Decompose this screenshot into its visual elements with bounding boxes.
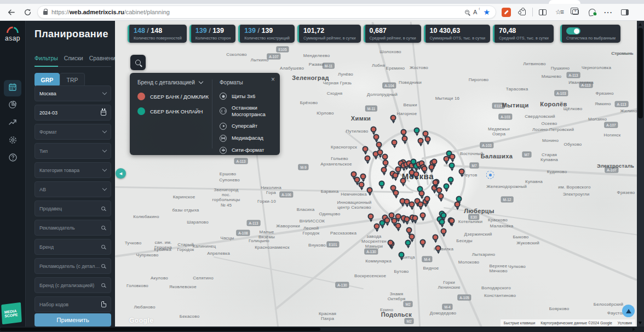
map-marker-red[interactable]	[376, 142, 382, 148]
map-marker-red[interactable]	[418, 138, 424, 144]
map-marker-red[interactable]	[433, 234, 439, 241]
map-control-button[interactable]	[622, 305, 635, 317]
map-marker-red[interactable]	[383, 160, 389, 166]
map-marker-red[interactable]	[359, 182, 365, 188]
map-marker-red[interactable]	[381, 167, 387, 173]
filter-field[interactable]: Рекламодатель (с детализац...	[34, 258, 111, 274]
back-icon[interactable]	[4, 5, 18, 19]
rail-item-pie-chart[interactable]	[4, 98, 21, 114]
vertical-scrollbar[interactable]	[637, 21, 644, 327]
rail-item-line-chart[interactable]	[4, 115, 21, 131]
map-marker-red[interactable]	[459, 169, 465, 175]
legend-format-item[interactable]: Щиты 3х6	[220, 93, 273, 100]
map-marker-red[interactable]	[420, 213, 426, 219]
map-search-button[interactable]	[130, 55, 146, 70]
map-marker-red[interactable]	[393, 190, 399, 196]
scroll-down-icon[interactable]	[639, 322, 642, 324]
legend-brand-header[interactable]: Бренд с детализацией	[137, 79, 206, 85]
legend-format-item[interactable]: Остановки Мосгортранса	[220, 105, 273, 118]
map-marker-red[interactable]	[360, 174, 366, 180]
favorites-bar-icon[interactable]: ☆≡	[553, 5, 566, 19]
scroll-right-icon[interactable]	[633, 328, 635, 331]
map-marker-teal[interactable]	[439, 219, 445, 225]
filter-field[interactable]: Тип	[34, 143, 111, 159]
legend-format-item[interactable]: Сити-формат	[220, 147, 273, 154]
map-marker-teal[interactable]	[449, 163, 455, 169]
map-marker-teal[interactable]	[379, 181, 385, 187]
tab-списки[interactable]: Списки	[64, 55, 83, 61]
browser-essentials-icon[interactable]	[585, 5, 599, 19]
zoom-out-icon[interactable]	[465, 10, 469, 14]
more-options-icon[interactable]: ···	[602, 5, 615, 19]
filter-field[interactable]: AB	[34, 181, 111, 197]
rail-item-settings[interactable]	[4, 133, 21, 149]
side-panel-icon[interactable]	[618, 5, 631, 19]
filter-field[interactable]: Формат	[34, 124, 111, 140]
map-marker-red[interactable]	[412, 215, 418, 221]
map-marker-red[interactable]	[433, 180, 439, 186]
filter-field[interactable]: Рекламодатель	[34, 220, 111, 236]
rail-item-help[interactable]	[4, 150, 21, 167]
tab-фильтры[interactable]: Фильтры	[34, 55, 58, 61]
map-marker-red[interactable]	[363, 146, 369, 152]
filter-field[interactable]: Бренд (с детализацией)	[34, 277, 111, 293]
map-marker-red[interactable]	[374, 224, 380, 230]
map-canvas[interactable]: М-11М-11А-104Е115А-107Е105А-103А-103А-10…	[115, 21, 637, 327]
filter-field[interactable]: Бренд	[34, 239, 111, 255]
legend-brand-item[interactable]: СБЕР БАНК / ДОМКЛИК	[137, 93, 206, 100]
map-marker-teal[interactable]	[405, 240, 411, 246]
map-marker-red[interactable]	[441, 228, 447, 234]
legend-format-item[interactable]: Суперсайт	[220, 123, 273, 130]
refresh-icon[interactable]	[21, 5, 34, 19]
map-marker-red[interactable]	[392, 140, 398, 146]
filter-field[interactable]: Категория товара	[34, 162, 111, 178]
legend-format-item[interactable]: Медиафасад	[220, 135, 273, 142]
map-marker-red[interactable]	[438, 193, 444, 199]
map-marker-red[interactable]	[400, 178, 406, 184]
horizontal-scroll-thumb[interactable]	[0, 328, 320, 331]
map-marker-red[interactable]	[390, 115, 396, 121]
map-marker-red[interactable]	[435, 245, 441, 251]
map-marker-red[interactable]	[409, 234, 415, 240]
horizontal-scrollbar[interactable]	[0, 327, 644, 332]
shortcuts-link[interactable]: Быстрые клавиши	[504, 321, 536, 325]
apply-button[interactable]: Применить	[34, 313, 111, 327]
map-marker-red[interactable]	[367, 187, 373, 193]
filter-field[interactable]: Продавец	[34, 201, 111, 216]
map-marker-red[interactable]	[413, 171, 419, 178]
map-marker-red[interactable]	[388, 240, 394, 246]
scroll-up-icon[interactable]	[639, 23, 642, 26]
map-marker-red[interactable]	[450, 154, 456, 160]
map-marker-red[interactable]	[393, 173, 399, 179]
panel-collapse-button[interactable]: ◀	[116, 168, 126, 179]
map-marker-red[interactable]	[409, 202, 415, 208]
legend-close-icon[interactable]: ×	[271, 76, 275, 83]
address-bar[interactable]: https://web.admetrixcis.ru/cabinet/plann…	[37, 5, 496, 19]
statistics-toggle[interactable]	[566, 27, 580, 35]
lock-icon[interactable]	[43, 11, 48, 15]
map-marker-teal[interactable]	[448, 177, 454, 183]
map-marker-teal[interactable]	[380, 220, 386, 226]
mode-button-trp[interactable]: TRP	[60, 73, 85, 87]
map-marker-teal[interactable]	[414, 128, 420, 134]
map-marker-red[interactable]	[371, 127, 377, 133]
map-marker-red[interactable]	[449, 218, 455, 224]
favorite-star-icon[interactable]: ★	[483, 8, 490, 16]
filter-field[interactable]: Москва	[34, 85, 111, 101]
extension-adblock-icon[interactable]	[499, 5, 513, 19]
collections-icon[interactable]	[569, 5, 582, 19]
map-marker-teal[interactable]	[444, 184, 450, 190]
map-marker-red[interactable]	[406, 227, 412, 233]
map-marker-red[interactable]	[422, 166, 428, 172]
filter-field[interactable]: 2024-03	[34, 105, 111, 121]
map-marker-red[interactable]	[402, 136, 408, 142]
map-marker-red[interactable]	[401, 129, 407, 135]
map-marker-red[interactable]	[395, 223, 401, 229]
map-marker-red[interactable]	[444, 156, 450, 162]
map-marker-red[interactable]	[365, 156, 371, 162]
terms-link[interactable]: Условия	[618, 321, 632, 325]
map-marker-red[interactable]	[425, 136, 431, 142]
split-screen-icon[interactable]	[536, 5, 549, 19]
map-marker-red[interactable]	[429, 164, 435, 170]
rail-item-calendar[interactable]	[4, 80, 21, 96]
